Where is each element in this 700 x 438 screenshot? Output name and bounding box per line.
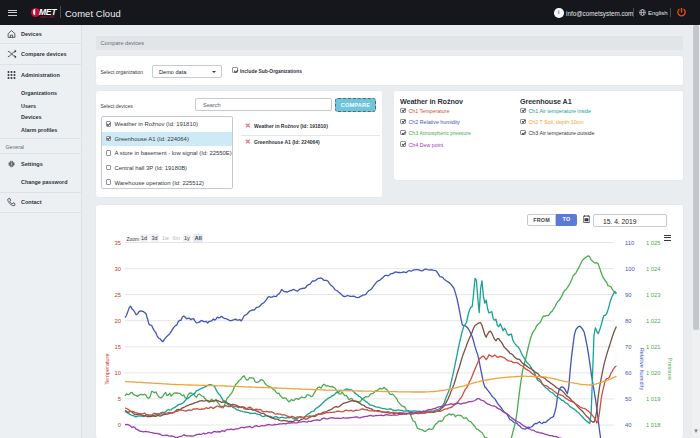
svg-text:70: 70 bbox=[625, 344, 631, 350]
svg-text:1 025: 1 025 bbox=[646, 240, 661, 246]
svg-text:1 023: 1 023 bbox=[646, 292, 661, 298]
svg-text:80: 80 bbox=[625, 318, 631, 324]
svg-text:10: 10 bbox=[115, 370, 121, 376]
svg-text:1 020: 1 020 bbox=[646, 370, 661, 376]
svg-text:35: 35 bbox=[115, 240, 121, 246]
svg-text:40: 40 bbox=[625, 422, 631, 428]
svg-text:0: 0 bbox=[118, 422, 121, 428]
svg-text:1 022: 1 022 bbox=[646, 318, 661, 324]
svg-text:25: 25 bbox=[115, 292, 121, 298]
svg-text:100: 100 bbox=[625, 266, 635, 272]
svg-text:Relative humidity: Relative humidity bbox=[639, 348, 645, 391]
svg-text:20: 20 bbox=[115, 318, 121, 324]
svg-text:1 024: 1 024 bbox=[646, 266, 661, 272]
svg-text:1 021: 1 021 bbox=[646, 344, 661, 350]
svg-text:90: 90 bbox=[625, 292, 631, 298]
svg-text:15: 15 bbox=[115, 344, 121, 350]
svg-text:1 018: 1 018 bbox=[646, 422, 661, 428]
svg-text:50: 50 bbox=[625, 396, 631, 402]
svg-text:60: 60 bbox=[625, 370, 631, 376]
svg-text:110: 110 bbox=[625, 240, 634, 246]
svg-text:5: 5 bbox=[118, 396, 121, 402]
svg-text:30: 30 bbox=[115, 266, 121, 272]
svg-text:1 019: 1 019 bbox=[646, 396, 661, 402]
svg-text:Temperature: Temperature bbox=[104, 353, 110, 384]
svg-text:Pressure: Pressure bbox=[667, 358, 673, 380]
